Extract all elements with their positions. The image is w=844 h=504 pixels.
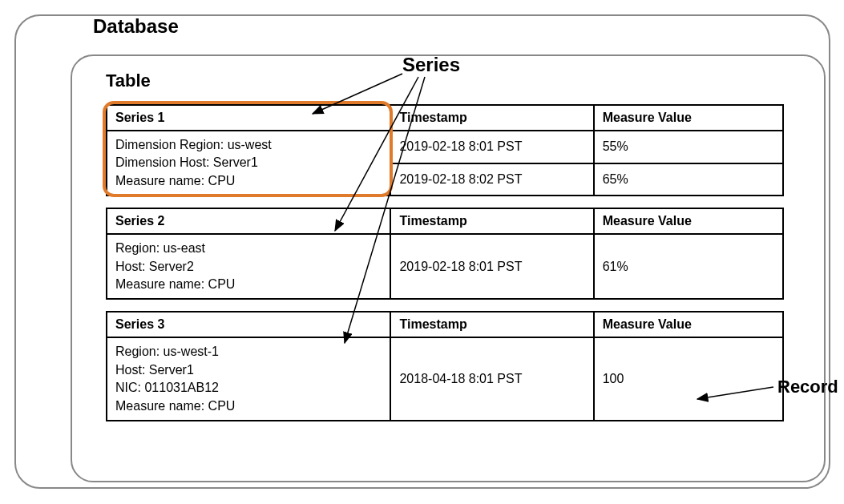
- value-cell: 100: [594, 337, 783, 421]
- series-2-dimensions: Region: us-east Host: Server2 Measure na…: [107, 234, 390, 299]
- timestamp-cell: 2019-02-18 8:02 PST: [390, 163, 593, 196]
- series-3-name: Series 3: [107, 312, 390, 337]
- measure-header: Measure Value: [594, 105, 783, 131]
- timestamp-header: Timestamp: [390, 105, 593, 131]
- database-container: Database Table Series Series 1: [14, 14, 830, 489]
- value-cell: 65%: [594, 163, 783, 196]
- series-1-dimensions: Dimension Region: us-west Dimension Host…: [107, 131, 390, 196]
- series-2-table: Series 2 Timestamp Measure Value Region:…: [106, 208, 784, 300]
- series-1-name: Series 1: [107, 105, 390, 131]
- timestamp-header: Timestamp: [390, 208, 593, 234]
- series-3-dimensions: Region: us-west-1 Host: Server1 NIC: 011…: [107, 337, 390, 421]
- timestamp-cell: 2019-02-18 8:01 PST: [390, 234, 593, 299]
- value-cell: 61%: [594, 234, 783, 299]
- database-label: Database: [93, 15, 179, 38]
- record-callout-label: Record: [777, 377, 838, 397]
- series-2-name: Series 2: [107, 208, 390, 234]
- table-container: Table Series Series 1 Timesta: [71, 54, 826, 482]
- timestamp-cell: 2019-02-18 8:01 PST: [390, 131, 593, 163]
- table-label: Table: [106, 71, 151, 91]
- measure-header: Measure Value: [594, 208, 783, 234]
- series-callout-label: Series: [402, 54, 460, 76]
- series-3-table: Series 3 Timestamp Measure Value Region:…: [106, 311, 784, 421]
- series-1-table: Series 1 Timestamp Measure Value Dimensi…: [106, 104, 784, 196]
- timestamp-cell: 2018-04-18 8:01 PST: [390, 337, 593, 421]
- value-cell: 55%: [594, 131, 783, 163]
- measure-header: Measure Value: [594, 312, 783, 337]
- series-list: Series 1 Timestamp Measure Value Dimensi…: [106, 104, 784, 433]
- timestamp-header: Timestamp: [390, 312, 593, 337]
